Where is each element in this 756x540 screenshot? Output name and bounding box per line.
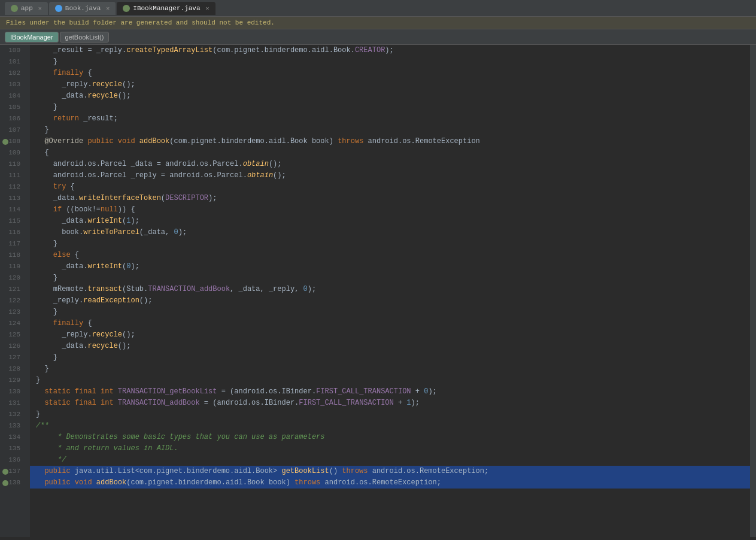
code-line-126: _data.recycle(); (30, 341, 750, 352)
gutter-117: 117 (0, 238, 25, 250)
gutter-135: 135 (0, 443, 25, 454)
code-line-104: _data.recycle(); (30, 90, 750, 102)
gutter-128: 128 (0, 363, 25, 375)
gutter-113: 113 (0, 193, 25, 204)
gutter-132: 132 (0, 409, 25, 420)
code-line-131: static final int TRANSACTION_addBook = (… (30, 398, 750, 409)
code-line-129: } (30, 375, 750, 386)
code-area[interactable]: _result = _reply.createTypedArrayList(co… (30, 45, 750, 537)
gutter-118: 118 (0, 250, 25, 261)
gutter-icon-138 (2, 480, 8, 486)
code-line-130: static final int TRANSACTION_getBookList… (30, 386, 750, 398)
code-line-103: _reply.recycle(); (30, 79, 750, 90)
gutter-104: 104 (0, 90, 25, 102)
gutter-134: 134 (0, 432, 25, 443)
gutter-103: 103 (0, 79, 25, 90)
code-line-120: } (30, 272, 750, 284)
tab-book-label: Book.java (65, 5, 101, 12)
tab-app[interactable]: app ✕ (5, 2, 48, 15)
gutter-120: 120 (0, 272, 25, 284)
code-line-125: _reply.recycle(); (30, 329, 750, 341)
code-line-132: } (30, 409, 750, 420)
code-line-113: _data.writeInterfaceToken(DESCRIPTOR); (30, 193, 750, 204)
gutter-123: 123 (0, 307, 25, 318)
gutter-109: 109 (0, 147, 25, 159)
code-line-133: /** (30, 420, 750, 432)
tab-book-close[interactable]: ✕ (106, 5, 110, 12)
code-line-102: finally { (30, 68, 750, 79)
gutter-138: 138 (0, 477, 25, 489)
method-btn-ibookmanager[interactable]: IBookManager (5, 32, 59, 43)
code-line-114: if ((book!=null)) { (30, 204, 750, 216)
gutter-126: 126 (0, 341, 25, 352)
code-line-127: } (30, 352, 750, 363)
code-line-105: } (30, 102, 750, 113)
ibm-icon (123, 5, 130, 12)
gutter-105: 105 (0, 102, 25, 113)
book-icon (55, 5, 62, 12)
warning-bar: Files under the build folder are generat… (0, 17, 756, 29)
app-icon (11, 5, 18, 12)
tab-ibm-label: IBookManager.java (133, 5, 200, 12)
code-line-128: } (30, 363, 750, 375)
gutter-icon-137 (2, 469, 8, 475)
gutter-130: 130 (0, 386, 25, 398)
code-line-107: } (30, 125, 750, 136)
gutter-111: 111 (0, 170, 25, 181)
gutter-108: 108 (0, 136, 25, 147)
method-btn-getbooklist[interactable]: getBookList() (60, 32, 110, 43)
gutter-127: 127 (0, 352, 25, 363)
code-line-111: android.os.Parcel _reply = android.os.Pa… (30, 170, 750, 181)
method-bar: IBookManager getBookList() (0, 29, 756, 45)
tab-ibm[interactable]: IBookManager.java ✕ (117, 2, 215, 15)
code-line-112: try { (30, 181, 750, 193)
code-line-106: return _result; (30, 113, 750, 125)
gutter-115: 115 (0, 216, 25, 227)
gutter-102: 102 (0, 68, 25, 79)
gutter-137: 137 (0, 466, 25, 477)
gutter-131: 131 (0, 398, 25, 409)
gutter-116: 116 (0, 227, 25, 238)
code-line-121: mRemote.transact(Stub.TRANSACTION_addBoo… (30, 284, 750, 295)
code-line-134: * Demonstrates some basic types that you… (30, 432, 750, 443)
code-line-100: _result = _reply.createTypedArrayList(co… (30, 45, 750, 56)
gutter-110: 110 (0, 159, 25, 170)
code-line-109: { (30, 147, 750, 159)
tab-app-close[interactable]: ✕ (38, 5, 42, 12)
code-line-108: @Override public void addBook(com.pignet… (30, 136, 750, 147)
editor: 100 101 102 103 104 105 106 107 108 109 … (0, 45, 756, 537)
gutter-112: 112 (0, 181, 25, 193)
gutter-100: 100 (0, 45, 25, 56)
code-line-119: _data.writeInt(0); (30, 261, 750, 272)
tab-ibm-close[interactable]: ✕ (206, 5, 210, 12)
gutter-133: 133 (0, 420, 25, 432)
code-line-124: finally { (30, 318, 750, 329)
tab-book[interactable]: Book.java ✕ (49, 2, 116, 15)
gutter-124: 124 (0, 318, 25, 329)
gutter-107: 107 (0, 125, 25, 136)
gutter-119: 119 (0, 261, 25, 272)
code-line-135: * and return values in AIDL. (30, 443, 750, 454)
code-line-110: android.os.Parcel _data = android.os.Par… (30, 159, 750, 170)
code-line-118: else { (30, 250, 750, 261)
tab-app-label: app (21, 5, 33, 12)
code-line-101: } (30, 56, 750, 68)
title-bar: app ✕ Book.java ✕ IBookManager.java ✕ (0, 0, 756, 17)
code-line-138: public void addBook(com.pignet.binderdem… (30, 477, 750, 489)
gutter-114: 114 (0, 204, 25, 216)
code-line-122: _reply.readException(); (30, 295, 750, 307)
code-line-137: public java.util.List<com.pignet.binderd… (30, 466, 750, 477)
warning-text: Files under the build folder are generat… (6, 19, 275, 26)
gutter-106: 106 (0, 113, 25, 125)
gutter-icon-108 (2, 139, 8, 145)
gutter-129: 129 (0, 375, 25, 386)
code-line-123: } (30, 307, 750, 318)
code-line-136: */ (30, 454, 750, 466)
code-line-115: _data.writeInt(1); (30, 216, 750, 227)
minimap[interactable] (750, 45, 756, 537)
gutter-122: 122 (0, 295, 25, 307)
code-line-116: book.writeToParcel(_data, 0); (30, 227, 750, 238)
code-line-117: } (30, 238, 750, 250)
gutter-121: 121 (0, 284, 25, 295)
line-numbers: 100 101 102 103 104 105 106 107 108 109 … (0, 45, 30, 537)
